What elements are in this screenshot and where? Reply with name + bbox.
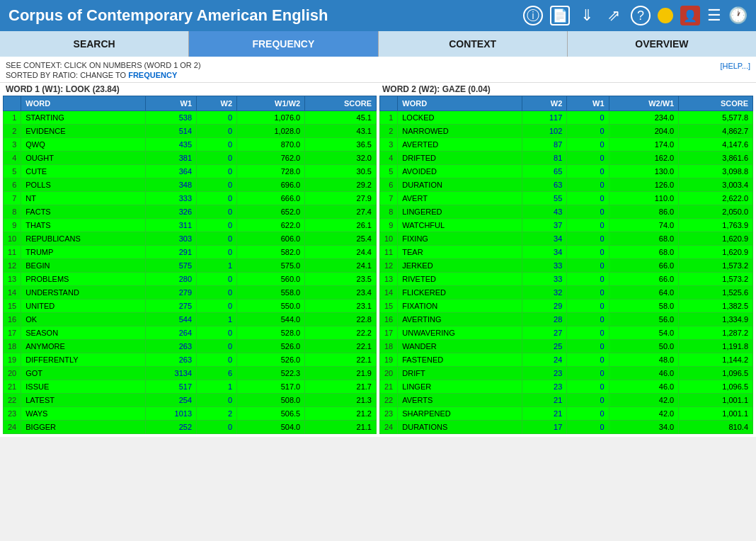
w2-cell[interactable]: 29 bbox=[522, 300, 567, 313]
w1-cell[interactable]: 364 bbox=[145, 165, 196, 178]
w1-cell[interactable]: 0 bbox=[567, 326, 609, 340]
tab-search[interactable]: SEARCH bbox=[0, 31, 189, 57]
w2-cell[interactable]: 28 bbox=[522, 313, 567, 326]
tab-frequency[interactable]: FREQUENCY bbox=[189, 31, 378, 57]
w1-cell[interactable]: 0 bbox=[567, 380, 609, 394]
w2-cell[interactable]: 34 bbox=[522, 232, 567, 246]
w1-cell[interactable]: 1013 bbox=[145, 407, 196, 421]
w2-cell[interactable]: 0 bbox=[197, 353, 237, 367]
w2-cell[interactable]: 33 bbox=[522, 259, 567, 273]
w1-cell[interactable]: 0 bbox=[567, 138, 609, 152]
w2-cell[interactable]: 32 bbox=[522, 286, 567, 300]
w2-cell[interactable]: 21 bbox=[522, 407, 567, 421]
export-icon[interactable]: ⇗ bbox=[604, 6, 624, 25]
w2-cell[interactable]: 0 bbox=[197, 232, 237, 246]
w2-cell[interactable]: 17 bbox=[522, 421, 567, 434]
w1-cell[interactable]: 517 bbox=[145, 380, 196, 394]
w1-cell[interactable]: 0 bbox=[567, 205, 609, 219]
w1-cell[interactable]: 514 bbox=[145, 125, 196, 138]
help-icon[interactable]: ? bbox=[631, 6, 651, 25]
w1-cell[interactable]: 254 bbox=[145, 394, 196, 407]
w1-cell[interactable]: 0 bbox=[567, 259, 609, 273]
w2-cell[interactable]: 65 bbox=[522, 165, 567, 178]
w2-cell[interactable]: 24 bbox=[522, 353, 567, 367]
w2-cell[interactable]: 1 bbox=[197, 380, 237, 394]
w1-cell[interactable]: 0 bbox=[567, 421, 609, 434]
w2-cell[interactable]: 63 bbox=[522, 178, 567, 192]
help-link[interactable]: [HELP...] bbox=[720, 62, 750, 70]
w2-cell[interactable]: 1 bbox=[197, 313, 237, 326]
w1-cell[interactable]: 0 bbox=[567, 340, 609, 353]
w1-cell[interactable]: 0 bbox=[567, 367, 609, 380]
clock-icon[interactable]: 🕐 bbox=[728, 6, 748, 25]
w2-cell[interactable]: 0 bbox=[197, 340, 237, 353]
w1-cell[interactable]: 0 bbox=[567, 125, 609, 138]
w1-cell[interactable]: 0 bbox=[567, 394, 609, 407]
w1-cell[interactable]: 303 bbox=[145, 232, 196, 246]
w2-cell[interactable]: 27 bbox=[522, 326, 567, 340]
w1-cell[interactable]: 0 bbox=[567, 246, 609, 259]
user-icon[interactable]: 👤 bbox=[680, 6, 700, 25]
w2-cell[interactable]: 34 bbox=[522, 246, 567, 259]
frequency-link[interactable]: FREQUENCY bbox=[128, 71, 177, 79]
w2-cell[interactable]: 0 bbox=[197, 125, 237, 138]
w1-cell[interactable]: 0 bbox=[567, 313, 609, 326]
w1-cell[interactable]: 544 bbox=[145, 313, 196, 326]
w2-cell[interactable]: 23 bbox=[522, 367, 567, 380]
w1-cell[interactable]: 263 bbox=[145, 353, 196, 367]
w1-cell[interactable]: 311 bbox=[145, 219, 196, 232]
w2-cell[interactable]: 6 bbox=[197, 367, 237, 380]
w2-cell[interactable]: 0 bbox=[197, 246, 237, 259]
w2-cell[interactable]: 0 bbox=[197, 178, 237, 192]
w1-cell[interactable]: 538 bbox=[145, 111, 196, 125]
w2-cell[interactable]: 0 bbox=[197, 152, 237, 165]
w2-cell[interactable]: 0 bbox=[197, 286, 237, 300]
w1-cell[interactable]: 0 bbox=[567, 165, 609, 178]
w2-cell[interactable]: 0 bbox=[197, 192, 237, 205]
w1-cell[interactable]: 0 bbox=[567, 152, 609, 165]
w1-cell[interactable]: 263 bbox=[145, 340, 196, 353]
w1-cell[interactable]: 264 bbox=[145, 326, 196, 340]
w1-cell[interactable]: 435 bbox=[145, 138, 196, 152]
document-icon[interactable]: 📄 bbox=[550, 6, 570, 25]
tab-context[interactable]: CONTEXT bbox=[379, 31, 568, 57]
w1-cell[interactable]: 279 bbox=[145, 286, 196, 300]
w1-cell[interactable]: 0 bbox=[567, 232, 609, 246]
w2-cell[interactable]: 0 bbox=[197, 326, 237, 340]
list-icon[interactable]: ☰ bbox=[707, 6, 721, 25]
w2-cell[interactable]: 37 bbox=[522, 219, 567, 232]
w1-cell[interactable]: 280 bbox=[145, 273, 196, 286]
w2-cell[interactable]: 0 bbox=[197, 138, 237, 152]
download-icon[interactable]: ⇓ bbox=[577, 6, 597, 25]
w1-cell[interactable]: 348 bbox=[145, 178, 196, 192]
w1-cell[interactable]: 0 bbox=[567, 353, 609, 367]
w1-cell[interactable]: 3134 bbox=[145, 367, 196, 380]
w2-cell[interactable]: 0 bbox=[197, 205, 237, 219]
w1-cell[interactable]: 252 bbox=[145, 421, 196, 434]
w2-cell[interactable]: 0 bbox=[197, 394, 237, 407]
w1-cell[interactable]: 0 bbox=[567, 219, 609, 232]
w2-cell[interactable]: 21 bbox=[522, 394, 567, 407]
w1-cell[interactable]: 0 bbox=[567, 178, 609, 192]
w1-cell[interactable]: 0 bbox=[567, 111, 609, 125]
w2-cell[interactable]: 33 bbox=[522, 273, 567, 286]
w2-cell[interactable]: 0 bbox=[197, 421, 237, 434]
w2-cell[interactable]: 0 bbox=[197, 273, 237, 286]
info-icon[interactable]: ⓘ bbox=[523, 6, 543, 25]
w2-cell[interactable]: 81 bbox=[522, 152, 567, 165]
w2-cell[interactable]: 0 bbox=[197, 300, 237, 313]
tab-overview[interactable]: OVERVIEW bbox=[568, 31, 756, 57]
w2-cell[interactable]: 0 bbox=[197, 165, 237, 178]
w1-cell[interactable]: 333 bbox=[145, 192, 196, 205]
w1-cell[interactable]: 0 bbox=[567, 286, 609, 300]
w1-cell[interactable]: 381 bbox=[145, 152, 196, 165]
w2-cell[interactable]: 0 bbox=[197, 111, 237, 125]
w2-cell[interactable]: 0 bbox=[197, 219, 237, 232]
w1-cell[interactable]: 326 bbox=[145, 205, 196, 219]
w2-cell[interactable]: 1 bbox=[197, 259, 237, 273]
w1-cell[interactable]: 0 bbox=[567, 407, 609, 421]
w2-cell[interactable]: 2 bbox=[197, 407, 237, 421]
w1-cell[interactable]: 291 bbox=[145, 246, 196, 259]
w2-cell[interactable]: 55 bbox=[522, 192, 567, 205]
w2-cell[interactable]: 23 bbox=[522, 380, 567, 394]
